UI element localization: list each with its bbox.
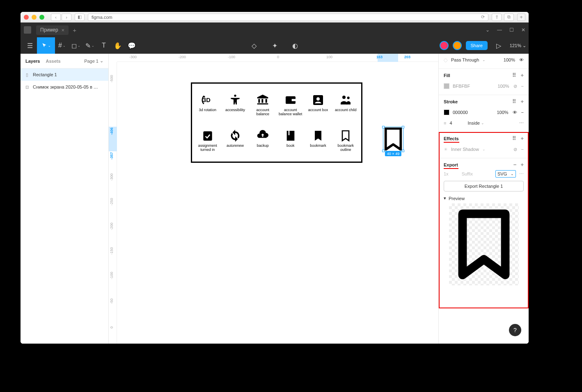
- visibility-icon[interactable]: 👁: [513, 110, 517, 115]
- styles-icon[interactable]: ⠿: [512, 135, 516, 141]
- boolean-icon[interactable]: ◐: [288, 37, 302, 54]
- document-tab[interactable]: Пример ×: [36, 25, 69, 35]
- pen-tool[interactable]: ✎⌄: [83, 37, 97, 54]
- chevron-down-icon[interactable]: ⌄: [486, 27, 490, 33]
- icon-cell: assignment turned in: [195, 129, 220, 152]
- text-tool[interactable]: T: [97, 37, 111, 54]
- backup-icon: [256, 129, 269, 142]
- move-tool[interactable]: ⌄: [37, 37, 55, 54]
- share-icon[interactable]: ⇪: [492, 14, 502, 21]
- more-icon[interactable]: ⋯: [519, 121, 524, 126]
- mask-icon[interactable]: ✦: [268, 37, 282, 54]
- minimize-window-icon[interactable]: [32, 15, 37, 20]
- component-icon[interactable]: ◇: [247, 37, 261, 54]
- export-suffix[interactable]: Suffix: [462, 171, 473, 176]
- resize-handle[interactable]: [402, 126, 404, 128]
- figma-toolbar: ☰ ⌄ #⌄ ◻⌄ ✎⌄ T ✋ 💬 ◇ ✦ ◐ Share ▷ 121% ⌄: [21, 37, 529, 54]
- resize-handle[interactable]: [402, 150, 404, 152]
- ruler-sel-end: 203: [404, 55, 410, 59]
- tabs-icon[interactable]: ⧉: [504, 14, 514, 21]
- fullscreen-window-icon[interactable]: [39, 15, 44, 20]
- export-format-dropdown[interactable]: SVG ⌄: [495, 170, 516, 178]
- avatar[interactable]: [453, 41, 462, 50]
- effect-type: Inner Shadow: [451, 147, 479, 152]
- layer-row[interactable]: ⊡ Снимок экрана 2020-05-05 в 00....: [21, 81, 108, 93]
- blend-mode-row[interactable]: ◌ Pass Through ⌄ 100% 👁: [444, 55, 524, 65]
- styles-icon[interactable]: ⠿: [512, 72, 516, 78]
- panel-tabs: Layers Assets Page 1 ⌄: [21, 54, 108, 68]
- preview-toggle[interactable]: ▾ Preview: [444, 196, 524, 201]
- stroke-color-row[interactable]: 000000 100% 👁 −: [444, 107, 524, 118]
- ruler-sel-start: 163: [376, 55, 383, 59]
- add-icon[interactable]: +: [520, 98, 524, 105]
- stroke-weight-value[interactable]: 4: [449, 121, 452, 125]
- ruler-sel-start: -406: [110, 128, 114, 135]
- annotation-underline: [444, 142, 459, 143]
- fill-row[interactable]: BFBFBF 100% ⊘ −: [444, 81, 524, 91]
- hidden-icon[interactable]: ⊘: [513, 147, 517, 152]
- icon-label: assignment turned in: [195, 144, 220, 152]
- frame-tool[interactable]: #⌄: [55, 37, 69, 54]
- color-swatch[interactable]: [444, 109, 449, 115]
- export-button[interactable]: Export Rectangle 1: [444, 181, 524, 191]
- ruler-tick: 0: [110, 326, 114, 328]
- svg-point-9: [316, 97, 320, 100]
- remove-icon[interactable]: −: [521, 147, 524, 152]
- close-window-icon[interactable]: [24, 15, 29, 20]
- hand-tool[interactable]: ✋: [111, 37, 125, 54]
- remove-icon[interactable]: −: [521, 84, 524, 89]
- minimize-icon[interactable]: —: [497, 27, 502, 33]
- chevron-down-icon: ⌄: [92, 44, 94, 48]
- effect-row[interactable]: ☀ Inner Shadow ⌄ ⊘ −: [444, 144, 524, 155]
- stroke-align-dropdown[interactable]: Inside ⌄: [468, 121, 484, 125]
- icon-cell: account box: [306, 93, 330, 116]
- close-icon[interactable]: ✕: [521, 27, 525, 33]
- figma-logo-icon[interactable]: [24, 26, 31, 34]
- selection-dimensions: 40 × 49: [385, 151, 401, 156]
- shape-tool[interactable]: ◻⌄: [69, 37, 83, 54]
- opacity-value[interactable]: 100%: [504, 57, 515, 62]
- resize-handle[interactable]: [382, 150, 385, 152]
- more-icon[interactable]: ⋯: [519, 171, 524, 177]
- canvas[interactable]: -300 -200 -100 0 100 163 203 -500 -406 -…: [109, 54, 438, 344]
- remove-icon[interactable]: −: [513, 162, 517, 168]
- effect-settings-icon[interactable]: ☀: [444, 147, 448, 152]
- share-button[interactable]: Share: [466, 41, 488, 50]
- export-scale[interactable]: 1x: [444, 171, 449, 176]
- resize-handle[interactable]: [382, 126, 385, 128]
- zoom-value: 121%: [510, 43, 521, 48]
- chevron-down-icon: ⌄: [100, 58, 103, 64]
- tab-close-icon[interactable]: ×: [62, 27, 65, 33]
- present-button[interactable]: ▷: [492, 37, 506, 54]
- styles-icon[interactable]: ⠿: [512, 98, 516, 105]
- help-button[interactable]: ?: [509, 324, 521, 336]
- new-figma-tab-button[interactable]: +: [73, 27, 76, 34]
- pass-through-icon: ◌: [444, 57, 448, 63]
- rectangle-icon: ▯: [25, 73, 30, 77]
- menu-button[interactable]: ☰: [23, 37, 37, 54]
- sidebar-toggle-button[interactable]: ◧: [75, 14, 85, 21]
- layer-row[interactable]: ▯ Rectangle 1: [21, 68, 108, 81]
- add-icon[interactable]: +: [520, 72, 524, 78]
- back-button[interactable]: ‹: [51, 14, 61, 21]
- new-tab-button[interactable]: +: [517, 14, 525, 21]
- reload-icon[interactable]: ⟳: [481, 14, 485, 20]
- tab-assets[interactable]: Assets: [46, 59, 60, 64]
- address-bar[interactable]: figma.com ⟳: [88, 14, 488, 21]
- pages-dropdown[interactable]: Page 1 ⌄: [84, 58, 103, 64]
- tab-layers[interactable]: Layers: [25, 59, 40, 64]
- section-title: Stroke: [444, 99, 458, 104]
- maximize-icon[interactable]: ☐: [509, 27, 514, 33]
- color-hex: 000000: [453, 110, 468, 115]
- color-swatch[interactable]: [444, 83, 449, 89]
- zoom-control[interactable]: 121% ⌄: [510, 43, 526, 48]
- add-icon[interactable]: +: [520, 162, 524, 168]
- hidden-icon[interactable]: ⊘: [513, 84, 517, 89]
- avatar[interactable]: [440, 41, 449, 50]
- forward-button[interactable]: ›: [62, 14, 71, 21]
- comment-tool[interactable]: 💬: [125, 37, 139, 54]
- remove-icon[interactable]: −: [521, 110, 524, 115]
- add-icon[interactable]: +: [520, 135, 524, 141]
- visibility-icon[interactable]: 👁: [519, 57, 524, 62]
- selected-shape[interactable]: 40 × 49: [384, 128, 403, 150]
